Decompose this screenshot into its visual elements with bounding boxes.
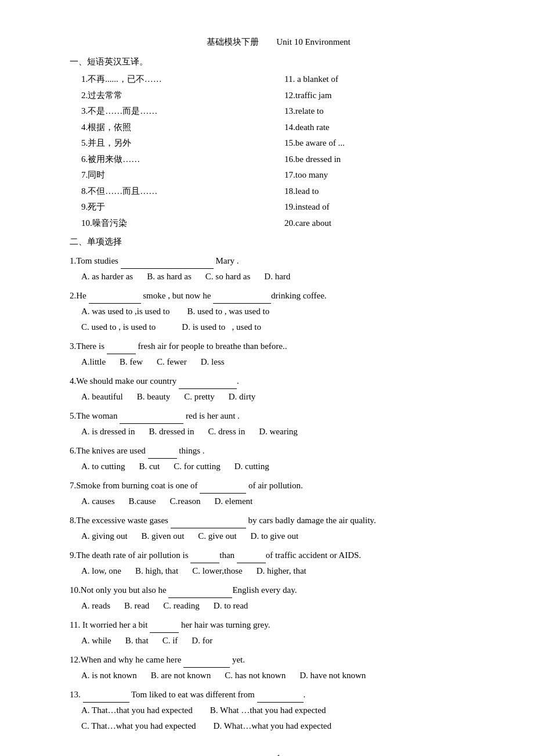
vocab-item: 5.并且，另外 (81, 135, 284, 152)
q10-opt-c: C. reading (163, 598, 199, 614)
q10-text2: English every day. (232, 585, 297, 595)
q2-blank1 (89, 294, 141, 304)
q13-blank2 (257, 693, 304, 703)
question-2: 2.He smoke , but now he drinking coffee. (70, 288, 488, 304)
q1-opt-d: D. hard (264, 269, 290, 285)
q3-opt-b: B. few (120, 354, 143, 370)
q10-options: A. reads B. read C. reading D. to read (81, 598, 488, 614)
q8-opt-b: B. given out (142, 528, 185, 544)
q12-opt-b: B. are not known (151, 668, 211, 683)
vocab-item: 15.be aware of ... (284, 135, 488, 152)
q6-opt-d: D. cutting (234, 459, 269, 474)
q12-opt-a: A. is not known (81, 668, 137, 683)
q9-opt-b: B. high, that (135, 563, 178, 579)
q8-blank (171, 519, 246, 528)
q8-options-row: A. giving out B. given out C. give out D… (81, 528, 488, 544)
q12-opt-d: D. have not known (300, 668, 366, 683)
q11-blank (150, 624, 179, 633)
question-4: 4.We should make our country . (70, 373, 488, 389)
q1-opt-b: B. as hard as (147, 269, 192, 285)
section2-title: 二、单项选择 (70, 235, 488, 250)
q9-opt-a: A. low, one (81, 563, 121, 579)
q3-options: A.little B. few C. fewer D. less (81, 354, 488, 370)
q10-options-row: A. reads B. read C. reading D. to read (81, 598, 488, 614)
q12-options-row: A. is not known B. are not known C. has … (81, 668, 488, 683)
vocab-item: 16.be dressed in (284, 152, 488, 168)
vocab-item: 17.too many (284, 167, 488, 183)
q4-options-row: A. beautiful B. beauty C. pretty D. dirt… (81, 389, 488, 405)
q8-opt-a: A. giving out (81, 528, 128, 544)
vocab-item: 8.不但……而且…… (81, 183, 284, 200)
q10-opt-a: A. reads (81, 598, 110, 614)
vocab-item: 19.instead of (284, 199, 488, 215)
q6-opt-c: C. for cutting (174, 459, 220, 474)
question-1: 1.Tom studies Mary . (70, 253, 488, 269)
q8-opt-d: D. to give out (251, 528, 299, 544)
q1-options: A. as harder as B. as hard as C. so hard… (81, 269, 488, 285)
q7-options-row: A. causes B.cause C.reason D. element (81, 494, 488, 509)
q7-opt-d: D. element (214, 494, 252, 509)
vocab-item: 13.relate to (284, 103, 488, 120)
page-number: 1 (70, 751, 488, 757)
q13-opt-a: A. That…that you had expected (81, 703, 193, 718)
q3-text2: fresh air for people to breathe than bef… (136, 341, 287, 351)
q6-opt-a: A. to cutting (81, 459, 125, 474)
q7-opt-a: A. causes (81, 494, 114, 509)
q3-opt-c: C. fewer (157, 354, 187, 370)
q3-text: 3.There is (70, 341, 107, 351)
q9-opt-d: D. higher, that (257, 563, 306, 579)
vocab-item: 6.被用来做…… (81, 152, 284, 168)
q2-text: 2.He (70, 291, 89, 300)
q7-text: 7.Smoke from burning coat is one of (70, 481, 200, 490)
q1-options-row: A. as harder as B. as hard as C. so hard… (81, 269, 488, 285)
q4-options: A. beautiful B. beauty C. pretty D. dirt… (81, 389, 488, 405)
q8-options: A. giving out B. given out C. give out D… (81, 528, 488, 544)
question-9: 9.The death rate of air pollution is tha… (70, 548, 488, 563)
vocab-item: 18.lead to (284, 183, 488, 200)
q9-text3: of traffic accident or AIDS. (266, 550, 361, 560)
q9-opt-c: C. lower,those (192, 563, 242, 579)
q11-opt-b: B. that (125, 633, 149, 649)
vocab-item: 20.care about (284, 215, 488, 232)
q11-opt-a: A. while (81, 633, 111, 649)
q13-opt-d: D. What…what you had expected (214, 718, 331, 734)
q12-text: 12.When and why he came here (70, 655, 183, 664)
question-11: 11. It worried her a bit her hair was tu… (70, 617, 488, 633)
q1-text: 1.Tom studies (70, 256, 121, 265)
q7-blank (200, 484, 246, 494)
q2-opt-c: C. used to , is used to (81, 322, 180, 332)
q8-opt-c: C. give out (198, 528, 236, 544)
q5-blank (120, 415, 183, 424)
q10-text: 10.Not only you but also he (70, 585, 168, 595)
q13-options: A. That…that you had expected B. What …t… (81, 703, 488, 734)
q4-opt-d: D. dirty (229, 389, 256, 405)
q9-text: 9.The death rate of air pollution is (70, 550, 190, 560)
vocab-item: 3.不是……而是…… (81, 103, 284, 120)
q2-options: A. was used to ,is used to B. used to , … (81, 304, 488, 335)
vocab-item: 10.噪音污染 (81, 215, 284, 232)
q10-opt-b: B. read (124, 598, 149, 614)
q2-blank2 (213, 294, 271, 304)
q7-options: A. causes B.cause C.reason D. element (81, 494, 488, 509)
question-6: 6.The knives are used things . (70, 443, 488, 459)
vocab-item: 1.不再......，已不…… (81, 71, 284, 88)
q2-opt-d: D. is used to , used to (182, 322, 261, 332)
q5-opt-a: A. is dressed in (81, 424, 135, 440)
q7-opt-c: C.reason (170, 494, 201, 509)
q4-opt-b: B. beauty (137, 389, 171, 405)
q9-blank2 (237, 554, 266, 563)
q5-options: A. is dressed in B. dressed in C. dress … (81, 424, 488, 440)
q10-blank (168, 589, 232, 598)
q3-blank (107, 345, 136, 354)
q11-options: A. while B. that C. if D. for (81, 633, 488, 649)
q2-opt-b: B. used to , was used to (187, 307, 270, 316)
q12-options: A. is not known B. are not known C. has … (81, 668, 488, 683)
question-12: 12.When and why he came here yet. (70, 652, 488, 668)
q3-opt-a: A.little (81, 354, 106, 370)
vocab-section: 1.不再......，已不…… 2.过去常常 3.不是……而是…… 4.根据，依… (81, 71, 488, 231)
q13-num: 13. (70, 690, 83, 699)
q1-opt-a: A. as harder as (81, 269, 133, 285)
q11-options-row: A. while B. that C. if D. for (81, 633, 488, 649)
q13-opt-b: B. What …that you had expected (210, 703, 326, 718)
q2-options-row2: C. used to , is used to D. is used to , … (81, 319, 488, 335)
